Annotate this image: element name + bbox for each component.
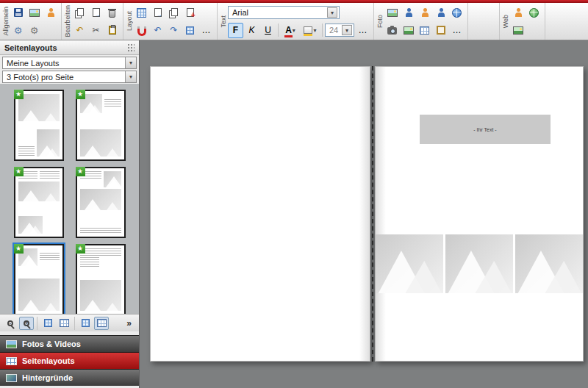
copy-button[interactable] [72,5,87,21]
view-grid-2-button[interactable] [57,317,71,330]
layout-more-button[interactable]: … [198,23,214,38]
table-button[interactable] [417,23,432,38]
thumbnail-toolbar: - + » [0,314,139,331]
people-button[interactable] [417,5,432,21]
photo-frame [104,171,121,187]
photo-placeholder[interactable] [515,234,583,293]
small-grid-button[interactable] [182,23,198,38]
photo-frame [18,182,60,201]
layout-set-select[interactable]: Meine Layouts ▾ [2,57,137,69]
expand-toolbar-button[interactable]: » [122,317,136,329]
binding-line [372,66,373,362]
photo-add-button[interactable] [401,23,416,38]
photo-placeholder[interactable] [376,234,443,293]
photo-frame [80,280,121,312]
photo-placeholder[interactable] [445,234,513,293]
favorite-star-icon: ★ [76,90,85,99]
underline-button[interactable]: U [260,23,276,38]
web-globe-button[interactable] [526,5,542,21]
rotate-right-button[interactable]: ↷ [166,23,182,38]
slideshow-person-icon [46,8,55,17]
preferences-button[interactable]: ⚙ [26,23,42,38]
web-order-button[interactable] [510,23,526,38]
layout-thumbnail[interactable]: ★ [76,90,126,161]
font-color-icon: A [285,26,292,35]
frame-button[interactable] [433,23,448,38]
chevron-down-icon[interactable]: ▾ [327,7,337,18]
web-upload-button[interactable] [510,5,526,21]
layout-grid-button[interactable] [134,5,149,21]
page-right[interactable]: - Ihr Text - [375,66,584,362]
add-page-button[interactable] [182,5,198,21]
camera-button[interactable] [384,23,400,38]
layout-thumbnail[interactable]: ★ [14,167,64,238]
photo-add-icon [404,26,414,35]
drag-handle-icon[interactable] [127,43,135,52]
undo-button[interactable]: ↶ [72,23,87,38]
view-grid-1-button[interactable] [40,317,55,330]
table-icon [420,26,429,35]
delete-button[interactable] [104,5,120,21]
sidebar-item-seitenlayouts[interactable]: Seitenlayouts [0,352,139,369]
text-frame [80,228,121,234]
font-size-value: 24 [329,26,338,35]
chevron-down-icon[interactable]: ▾ [125,57,136,68]
nav-label: Seitenlayouts [22,356,75,365]
highlight-color-button[interactable]: ▾ [301,23,320,38]
chevron-down-icon[interactable]: ▾ [125,71,136,82]
cut-button[interactable]: ✂ [88,23,104,38]
new-page-button[interactable] [88,5,104,21]
person-add-button[interactable] [401,5,416,21]
magnifier-plus-icon: + [24,320,29,326]
photo-frame [37,129,60,157]
foto-more-button[interactable]: … [449,23,465,38]
sidebar-item-fotos-videos[interactable]: Fotos & Videos [0,335,139,352]
grid-view-icon [82,319,90,327]
editor-canvas[interactable]: - Ihr Text - [140,40,588,388]
zoom-out-thumbs-button[interactable]: - [3,317,18,330]
text-more-button[interactable]: … [355,23,370,38]
italic-button[interactable]: K [244,23,259,38]
view-grid-3-button[interactable] [78,317,93,330]
photos-per-page-select[interactable]: 3 Foto(s) pro Seite ▾ [2,71,137,83]
font-size-select[interactable]: 24 ▾ [325,24,354,37]
slideshow-button[interactable] [43,5,58,21]
list-view-icon [60,319,69,327]
sidebar: Seitenlayouts Meine Layouts ▾ 3 Foto(s) … [0,40,140,388]
share-button[interactable] [433,5,448,21]
grid-icon [137,8,146,18]
bring-forward-button[interactable] [150,5,165,21]
settings-button[interactable]: ⚙ [10,23,26,38]
open-photos-button[interactable] [26,5,42,21]
page-left[interactable] [150,66,370,362]
photo-icon [387,9,398,17]
paste-button[interactable] [104,23,120,38]
globe-button[interactable] [449,5,465,21]
rotate-left-button[interactable]: ↶ [150,23,165,38]
layout-thumbnail[interactable]: ★ [76,244,126,314]
bold-button[interactable]: F [228,23,243,38]
preferences-gear-icon: ⚙ [30,26,39,35]
chevron-down-icon[interactable]: ▾ [342,25,352,35]
layout-set-value: Meine Layouts [7,59,60,68]
layout-thumbnail[interactable]: ★ [76,167,126,238]
save-button[interactable] [10,5,26,21]
zoom-in-thumbs-button[interactable]: + [19,317,34,330]
photo-frame [80,189,121,210]
view-grid-4-button[interactable] [94,317,109,330]
font-family-select[interactable]: Arial ▾ [228,6,340,19]
sidebar-item-hintergruende[interactable]: Hintergründe [0,369,139,386]
layout-thumbnail-selected[interactable]: ★ [14,244,64,314]
small-grid-icon [186,26,194,35]
toolbar-group-web: Web [499,3,545,40]
group-label-web: Web [501,15,510,28]
photo-button[interactable] [384,5,400,21]
chevron-down-icon: ▾ [313,27,316,34]
text-placeholder[interactable]: - Ihr Text - [420,115,551,144]
save-icon [14,8,23,17]
layout-thumbnail[interactable]: ★ [14,90,64,161]
panel-title: Seitenlayouts [4,43,57,52]
send-backward-button[interactable] [166,5,182,21]
font-color-button[interactable]: A▾ [281,23,300,38]
snap-button[interactable] [134,23,149,38]
